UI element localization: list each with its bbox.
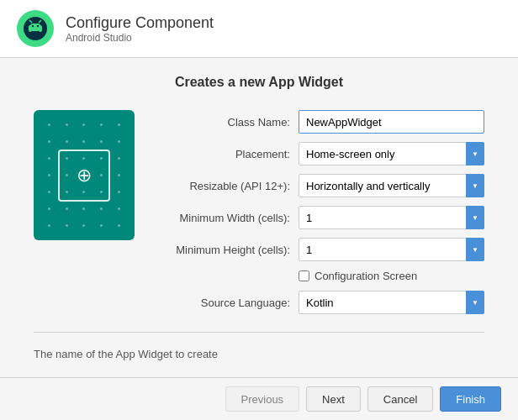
min-width-label: Minimum Width (cells): bbox=[160, 212, 290, 224]
finish-button[interactable]: Finish bbox=[440, 386, 501, 412]
form-area: ⊕ Class Name: Placement: Home-screen onl… bbox=[34, 110, 484, 314]
footer: Previous Next Cancel Finish bbox=[0, 377, 518, 420]
content-area: Creates a new App Widget ⊕ bbox=[0, 58, 518, 377]
min-height-label: Minimum Height (cells): bbox=[160, 244, 290, 256]
android-studio-logo bbox=[17, 10, 54, 47]
placement-label: Placement: bbox=[160, 148, 290, 160]
svg-rect-4 bbox=[30, 24, 40, 31]
placement-select[interactable]: Home-screen only Keyguard only Home-scre… bbox=[299, 142, 484, 165]
class-name-input[interactable] bbox=[299, 110, 484, 134]
class-name-row: Class Name: bbox=[160, 110, 484, 134]
placement-select-wrapper: Home-screen only Keyguard only Home-scre… bbox=[299, 142, 484, 165]
source-language-label: Source Language: bbox=[160, 297, 290, 309]
min-height-row: Minimum Height (cells): 1 2 3 4 bbox=[160, 238, 484, 261]
svg-point-7 bbox=[32, 25, 34, 27]
config-screen-label[interactable]: Configuration Screen bbox=[314, 270, 417, 282]
source-language-select[interactable]: Kotlin Java bbox=[299, 291, 484, 314]
resizable-label: Resizable (API 12+): bbox=[160, 180, 290, 192]
page-title: Creates a new App Widget bbox=[34, 75, 484, 90]
config-screen-checkbox[interactable] bbox=[299, 270, 309, 281]
min-width-row: Minimum Width (cells): 1 2 3 4 bbox=[160, 206, 484, 229]
next-button[interactable]: Next bbox=[306, 386, 361, 412]
previous-button[interactable]: Previous bbox=[225, 386, 300, 412]
resizable-row: Resizable (API 12+): Horizontally and ve… bbox=[160, 174, 484, 197]
cancel-button[interactable]: Cancel bbox=[367, 386, 433, 412]
header-text: Configure Component Android Studio bbox=[66, 14, 214, 44]
config-screen-row: Configuration Screen bbox=[299, 270, 484, 282]
header-title: Configure Component bbox=[66, 14, 214, 32]
min-width-select-wrapper: 1 2 3 4 bbox=[299, 206, 484, 229]
source-language-row: Source Language: Kotlin Java bbox=[160, 291, 484, 314]
widget-preview: ⊕ bbox=[34, 110, 135, 240]
class-name-label: Class Name: bbox=[160, 116, 290, 129]
preview-widget-box: ⊕ bbox=[58, 150, 110, 202]
min-width-select[interactable]: 1 2 3 4 bbox=[299, 206, 484, 229]
divider bbox=[34, 332, 484, 333]
min-height-select-wrapper: 1 2 3 4 bbox=[299, 238, 484, 261]
status-text: The name of the App Widget to create bbox=[34, 341, 484, 360]
header: Configure Component Android Studio bbox=[0, 0, 518, 58]
svg-point-8 bbox=[37, 25, 39, 27]
main-content: Creates a new App Widget ⊕ bbox=[0, 58, 518, 377]
header-subtitle: Android Studio bbox=[66, 32, 214, 44]
source-language-select-wrapper: Kotlin Java bbox=[299, 291, 484, 314]
widget-icon: ⊕ bbox=[77, 165, 92, 186]
form-fields: Class Name: Placement: Home-screen only … bbox=[160, 110, 484, 314]
resizable-select[interactable]: Horizontally and vertically Horizontally… bbox=[299, 174, 484, 197]
placement-row: Placement: Home-screen only Keyguard onl… bbox=[160, 142, 484, 165]
min-height-select[interactable]: 1 2 3 4 bbox=[299, 238, 484, 261]
resizable-select-wrapper: Horizontally and vertically Horizontally… bbox=[299, 174, 484, 197]
